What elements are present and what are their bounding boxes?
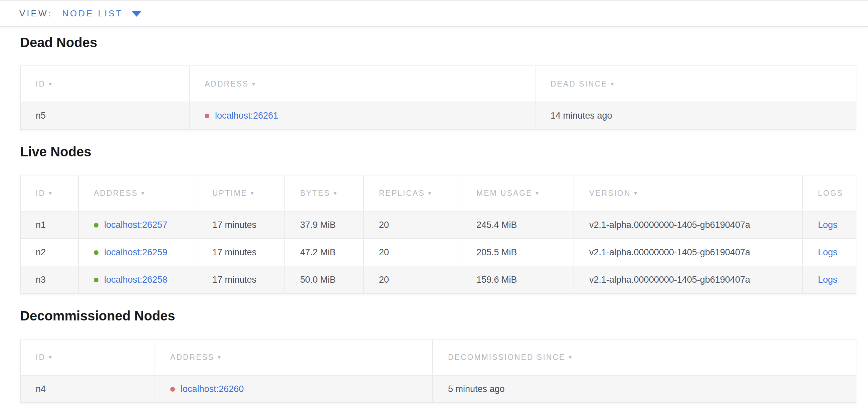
node-address-link[interactable]: localhost:26258 [104, 275, 167, 285]
sort-arrow-icon: ▾ [49, 190, 53, 197]
node-list-content: Dead Nodes ID▾ ADDRESS▾ DEAD SINCE▾ n5 l… [0, 34, 868, 403]
view-dropdown[interactable]: NODE LIST [62, 8, 142, 19]
decommissioned-nodes-section: Decommissioned Nodes ID▾ ADDRESS▾ DECOMM… [20, 308, 856, 403]
dead-nodes-title: Dead Nodes [20, 34, 856, 51]
table-row: n3 localhost:26258 17 minutes 50.0 MiB 2… [20, 266, 856, 293]
view-bar: VIEW: NODE LIST [0, 0, 868, 27]
mem-usage-cell: 159.6 MiB [461, 266, 574, 293]
bytes-cell: 50.0 MiB [285, 266, 364, 293]
table-row: n1 localhost:26257 17 minutes 37.9 MiB 2… [20, 211, 856, 239]
node-address-cell: localhost:26259 [79, 239, 197, 266]
left-edge-divider [3, 0, 3, 411]
table-header-row: ID▾ ADDRESS▾ DEAD SINCE▾ [20, 66, 856, 102]
logs-link[interactable]: Logs [818, 220, 838, 230]
sort-arrow-icon: ▾ [49, 354, 53, 360]
decommissioned-status-icon [170, 387, 175, 392]
column-label: ADDRESS [170, 353, 214, 361]
column-header-bytes[interactable]: BYTES▾ [285, 175, 364, 211]
column-header-id[interactable]: ID▾ [20, 66, 189, 102]
sort-arrow-icon: ▾ [634, 190, 638, 197]
node-address-cell: localhost:26261 [189, 102, 535, 129]
node-address-link[interactable]: localhost:26260 [181, 384, 244, 394]
uptime-cell: 17 minutes [197, 239, 285, 266]
sort-arrow-icon: ▾ [141, 190, 145, 197]
column-header-uptime[interactable]: UPTIME▾ [197, 175, 285, 211]
column-label: BYTES [300, 189, 330, 198]
dropdown-caret-icon [131, 11, 142, 17]
bytes-cell: 37.9 MiB [285, 211, 364, 239]
dead-since-cell: 14 minutes ago [535, 102, 856, 129]
column-label: DEAD SINCE [551, 80, 608, 88]
live-nodes-title: Live Nodes [20, 144, 856, 160]
column-label: ADDRESS [94, 189, 138, 198]
sort-arrow-icon: ▾ [428, 190, 432, 197]
uptime-cell: 17 minutes [197, 211, 285, 239]
replicas-cell: 20 [364, 239, 461, 266]
column-label: VERSION [589, 189, 631, 198]
dead-status-icon [205, 114, 209, 118]
sort-arrow-icon: ▾ [568, 354, 572, 360]
column-label: ADDRESS [205, 80, 249, 88]
column-header-decommissioned-since[interactable]: DECOMMISSIONED SINCE▾ [433, 339, 856, 375]
column-header-id[interactable]: ID▾ [20, 339, 155, 375]
column-header-address[interactable]: ADDRESS▾ [79, 175, 197, 211]
sort-arrow-icon: ▾ [536, 190, 540, 197]
version-cell: v2.1-alpha.00000000-1405-gb6190407a [574, 266, 803, 293]
replicas-cell: 20 [364, 266, 461, 293]
logs-cell: Logs [803, 239, 856, 266]
logs-cell: Logs [803, 266, 856, 293]
mem-usage-cell: 205.5 MiB [461, 239, 574, 266]
node-id-cell: n2 [20, 239, 79, 266]
column-header-id[interactable]: ID▾ [20, 175, 79, 211]
column-label: REPLICAS [379, 189, 425, 198]
dead-nodes-table: ID▾ ADDRESS▾ DEAD SINCE▾ n5 localhost:26… [20, 65, 856, 130]
node-id-cell: n4 [20, 375, 155, 403]
column-header-replicas[interactable]: REPLICAS▾ [364, 175, 461, 211]
column-label: MEM USAGE [476, 189, 532, 198]
node-address-cell: localhost:26260 [155, 375, 433, 403]
column-header-dead-since[interactable]: DEAD SINCE▾ [535, 66, 856, 102]
node-address-link[interactable]: localhost:26261 [215, 111, 278, 121]
column-header-mem-usage[interactable]: MEM USAGE▾ [461, 175, 574, 211]
live-status-icon [94, 250, 98, 255]
live-nodes-section: Live Nodes ID▾ ADDRESS▾ UPTIME▾ BYTES▾ R… [20, 144, 856, 294]
column-label: DECOMMISSIONED SINCE [448, 353, 565, 361]
table-row: n4 localhost:26260 5 minutes ago [20, 375, 856, 403]
logs-cell: Logs [803, 211, 856, 239]
replicas-cell: 20 [364, 211, 461, 239]
node-address-cell: localhost:26257 [79, 211, 197, 239]
view-dropdown-value: NODE LIST [62, 8, 123, 19]
sort-arrow-icon: ▾ [334, 190, 338, 197]
column-label: ID [36, 353, 45, 361]
logs-link[interactable]: Logs [818, 247, 838, 257]
decommissioned-since-cell: 5 minutes ago [433, 375, 856, 403]
sort-arrow-icon: ▾ [611, 81, 615, 87]
column-header-version[interactable]: VERSION▾ [574, 175, 803, 211]
decommissioned-nodes-table: ID▾ ADDRESS▾ DECOMMISSIONED SINCE▾ n4 lo… [20, 339, 856, 403]
table-row: n2 localhost:26259 17 minutes 47.2 MiB 2… [20, 239, 856, 266]
uptime-cell: 17 minutes [197, 266, 285, 293]
live-nodes-table: ID▾ ADDRESS▾ UPTIME▾ BYTES▾ REPLICAS▾ ME… [20, 175, 856, 294]
column-label: ID [36, 80, 45, 88]
table-header-row: ID▾ ADDRESS▾ DECOMMISSIONED SINCE▾ [20, 339, 856, 375]
node-id-cell: n3 [20, 266, 79, 293]
column-label: ID [36, 189, 45, 198]
live-status-icon [94, 278, 98, 282]
sort-arrow-icon: ▾ [218, 354, 222, 360]
column-header-address[interactable]: ADDRESS▾ [155, 339, 433, 375]
logs-link[interactable]: Logs [818, 275, 838, 285]
mem-usage-cell: 245.4 MiB [461, 211, 574, 239]
view-label: VIEW: [19, 8, 52, 19]
node-address-link[interactable]: localhost:26259 [104, 247, 167, 257]
column-label: UPTIME [212, 189, 247, 198]
sort-arrow-icon: ▾ [49, 81, 53, 87]
column-header-address[interactable]: ADDRESS▾ [189, 66, 535, 102]
sort-arrow-icon: ▾ [252, 81, 256, 87]
live-status-icon [94, 223, 98, 228]
table-header-row: ID▾ ADDRESS▾ UPTIME▾ BYTES▾ REPLICAS▾ ME… [20, 175, 856, 211]
node-id-cell: n5 [20, 102, 189, 129]
node-address-link[interactable]: localhost:26257 [104, 220, 167, 230]
node-id-cell: n1 [20, 211, 79, 239]
bytes-cell: 47.2 MiB [285, 239, 364, 266]
decommissioned-nodes-title: Decommissioned Nodes [20, 308, 856, 324]
